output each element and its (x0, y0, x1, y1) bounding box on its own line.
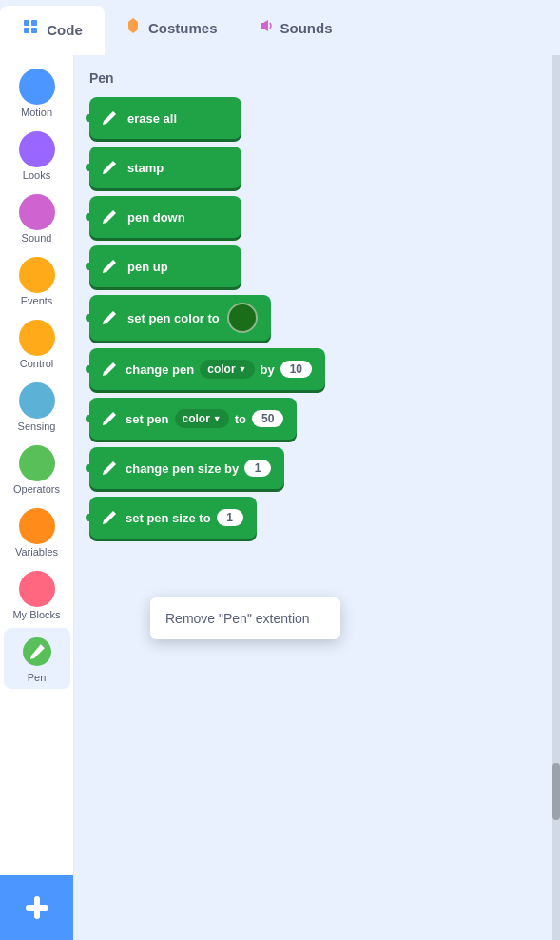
set-pen-text: set pen (126, 412, 169, 426)
sidebar-item-looks[interactable]: Looks (4, 126, 70, 186)
erase-all-label: erase all (127, 111, 177, 126)
pen-up-label: pen up (127, 260, 168, 274)
sounds-icon (256, 16, 275, 40)
pen-section-title: Pen (89, 70, 545, 86)
sidebar-item-sensing[interactable]: Sensing (4, 377, 70, 438)
tab-code[interactable]: Code (0, 6, 105, 55)
pen-up-icon (99, 256, 120, 277)
looks-circle (19, 131, 55, 167)
costumes-icon (124, 16, 143, 40)
tab-sounds-label: Sounds (280, 20, 333, 36)
change-pen-size-label: change pen size by (126, 461, 239, 476)
stamp-label: stamp (127, 161, 164, 175)
sidebar-item-sensing-label: Sensing (18, 421, 56, 432)
control-circle (19, 320, 55, 356)
sensing-circle (19, 382, 55, 419)
set-pen-size-value[interactable]: 1 (217, 509, 243, 526)
sidebar-item-myblocks-label: My Blocks (12, 609, 60, 620)
sidebar-item-looks-label: Looks (23, 169, 50, 181)
block-stamp[interactable]: stamp (89, 147, 241, 188)
sidebar-item-operators-label: Operators (13, 483, 60, 495)
sound-circle (19, 194, 55, 230)
scroll-thumb[interactable] (552, 763, 560, 820)
sidebar-item-variables-label: Variables (15, 546, 58, 558)
change-pen-text: change pen (126, 362, 194, 377)
set-pen-size-label: set pen size to (126, 511, 211, 525)
tab-sounds[interactable]: Sounds (237, 0, 352, 55)
sidebar-item-pen-label: Pen (28, 672, 47, 683)
block-set-pen-color[interactable]: set pen color ▼ to 50 (89, 398, 297, 440)
top-nav: Code Costumes Sounds (0, 0, 560, 55)
change-pen-icon (99, 359, 120, 380)
block-pen-up[interactable]: pen up (89, 245, 241, 287)
sidebar-item-myblocks[interactable]: My Blocks (4, 565, 70, 626)
set-pen-value[interactable]: 50 (252, 410, 283, 427)
set-pen-color-to-label: set pen color to (127, 311, 220, 325)
context-menu: Remove "Pen" extention (150, 597, 340, 639)
svg-rect-3 (31, 28, 37, 33)
erase-all-pen-icon (99, 108, 120, 128)
set-pen-to-text: to (235, 412, 246, 426)
pen-block-list: erase all stamp pen down (89, 97, 545, 539)
block-erase-all[interactable]: erase all (89, 97, 241, 139)
set-pen-dropdown[interactable]: color ▼ (175, 409, 229, 428)
tab-costumes-label: Costumes (148, 20, 218, 36)
sidebar-item-events-label: Events (21, 295, 53, 306)
set-pen-color-icon (99, 307, 120, 328)
change-pen-dropdown-arrow: ▼ (239, 364, 247, 374)
motion-circle (19, 69, 55, 105)
stamp-pen-icon (99, 157, 120, 178)
svg-rect-2 (24, 28, 29, 33)
sidebar-item-pen[interactable]: Pen (4, 628, 70, 689)
tab-costumes[interactable]: Costumes (105, 0, 237, 55)
add-extension-icon (16, 887, 58, 929)
sidebar-item-operators[interactable]: Operators (4, 440, 70, 500)
context-menu-remove-pen[interactable]: Remove "Pen" extention (150, 603, 340, 634)
main-layout: Motion Looks Sound Events Control Sensin… (0, 55, 560, 940)
tab-code-label: Code (47, 22, 83, 38)
sidebar-item-motion-label: Motion (21, 107, 52, 118)
pen-icon (19, 634, 55, 670)
change-pen-value[interactable]: 10 (280, 361, 312, 378)
myblocks-circle (19, 571, 55, 607)
sidebar-item-motion[interactable]: Motion (4, 63, 70, 124)
block-pen-down[interactable]: pen down (89, 196, 241, 238)
events-circle (19, 257, 55, 293)
change-pen-size-value[interactable]: 1 (244, 460, 271, 477)
sidebar-item-sound-label: Sound (22, 232, 52, 244)
sidebar-item-variables[interactable]: Variables (4, 502, 70, 563)
operators-circle (19, 445, 55, 481)
change-pen-dropdown-label: color (207, 362, 235, 376)
sidebar-item-events[interactable]: Events (4, 251, 70, 312)
content-area: Pen erase all stamp pen (74, 55, 560, 940)
set-pen-icon (99, 408, 120, 429)
change-pen-size-icon (99, 458, 120, 479)
block-change-pen-size-by[interactable]: change pen size by 1 (89, 447, 284, 489)
svg-rect-1 (31, 20, 37, 26)
block-change-pen-color[interactable]: change pen color ▼ by 10 (89, 348, 325, 390)
sidebar: Motion Looks Sound Events Control Sensin… (0, 55, 74, 940)
svg-rect-6 (26, 905, 48, 911)
scrollbar[interactable] (552, 55, 560, 940)
set-pen-dropdown-label: color (183, 412, 210, 425)
sidebar-item-control[interactable]: Control (4, 314, 70, 375)
sidebar-item-control-label: Control (20, 358, 53, 369)
sidebar-item-sound[interactable]: Sound (4, 188, 70, 249)
variables-circle (19, 508, 55, 544)
block-set-pen-color-to[interactable]: set pen color to (89, 295, 271, 341)
extension-button[interactable] (0, 875, 73, 940)
code-icon (22, 18, 41, 42)
block-set-pen-size-to[interactable]: set pen size to 1 (89, 497, 257, 539)
pen-color-swatch[interactable] (227, 303, 258, 333)
pen-down-icon (99, 206, 120, 227)
change-pen-color-dropdown[interactable]: color ▼ (200, 360, 254, 379)
set-pen-size-icon (99, 507, 120, 528)
set-pen-dropdown-arrow: ▼ (213, 414, 222, 423)
change-pen-by-text: by (261, 362, 275, 377)
svg-rect-0 (24, 20, 29, 26)
pen-down-label: pen down (127, 210, 185, 225)
